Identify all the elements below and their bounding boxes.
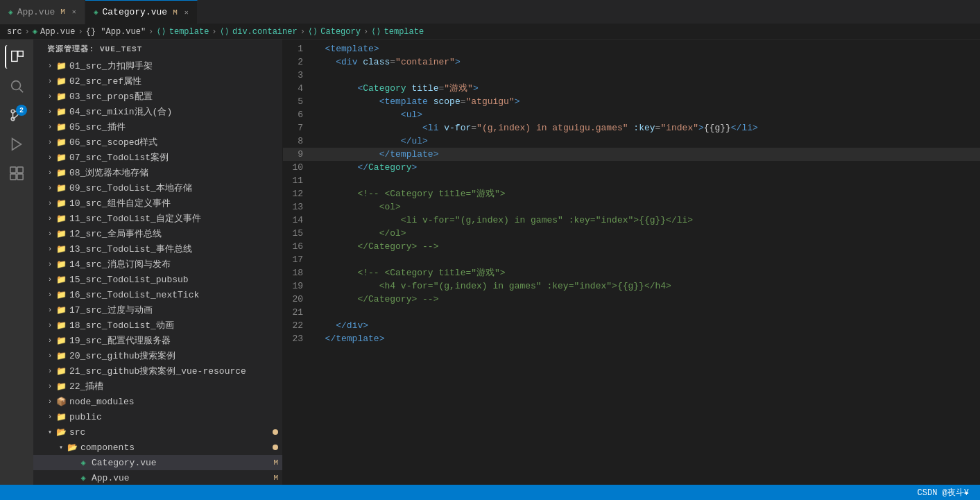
arrow-icon: › <box>44 365 55 377</box>
breadcrumb-category[interactable]: Category <box>320 27 361 37</box>
sidebar-item-app-vue-file[interactable]: ◈App.vueM <box>33 470 282 485</box>
activity-search[interactable] <box>5 74 28 98</box>
sidebar-item-label: 15_src_TodoList_pubsub <box>69 275 282 285</box>
sidebar-item-s2[interactable]: ›📁02_src_ref属性 <box>33 74 282 89</box>
tab-category-vue[interactable]: ◈ Category.vue M ✕ <box>85 0 198 24</box>
breadcrumb-div-container[interactable]: div.container <box>232 27 298 37</box>
line-number: 15 <box>283 227 314 240</box>
line-number: 20 <box>283 293 314 306</box>
breadcrumb-tag-icon-1: ⟨⟩ <box>156 26 166 37</box>
sidebar-item-s15[interactable]: ›📁15_src_TodoList_pubsub <box>33 272 282 287</box>
sidebar-item-label: src <box>69 427 273 438</box>
breadcrumb-obj[interactable]: {} "App.vue" <box>86 27 146 37</box>
arrow-icon: › <box>44 152 55 163</box>
line-content: </Category> --> <box>314 293 980 306</box>
breadcrumb-sep-3: › <box>148 27 153 37</box>
line-content: <template scope="atguigu"> <box>314 95 980 108</box>
arrow-icon: › <box>44 411 55 422</box>
sidebar-item-s12[interactable]: ›📁12_src_全局事件总线 <box>33 226 282 241</box>
sidebar-item-s4[interactable]: ›📁04_src_mixin混入(合) <box>33 104 282 119</box>
sidebar-item-s17[interactable]: ›📁17_src_过度与动画 <box>33 302 282 318</box>
sidebar-item-s10[interactable]: ›📁10_src_组件自定义事件 <box>33 196 282 211</box>
breadcrumb-template[interactable]: template <box>169 27 209 37</box>
code-line-14: 14 <li v-for="(g,index) in games" :key="… <box>283 214 980 227</box>
arrow-icon: › <box>44 91 55 102</box>
sidebar-item-s21[interactable]: ›📁21_src_github搜索案例_vue-resource <box>33 363 282 379</box>
sidebar-item-components[interactable]: ▾📂components <box>33 440 282 455</box>
arrow-icon: › <box>44 182 55 193</box>
line-number: 11 <box>283 174 314 187</box>
sidebar-item-s8[interactable]: ›📁08_浏览器本地存储 <box>33 165 282 180</box>
sidebar-item-public[interactable]: ›📁public <box>33 409 282 424</box>
breadcrumb-sep-5: › <box>300 27 305 37</box>
file-folder-icon: 📁 <box>55 289 67 300</box>
arrow-icon <box>67 472 78 483</box>
sidebar-item-s6[interactable]: ›📁06_src_scoped样式 <box>33 135 282 150</box>
breadcrumb: src › ◈ App.vue › {} "App.vue" › ⟨⟩ temp… <box>0 24 980 40</box>
arrow-icon: › <box>44 167 55 178</box>
tab-app-vue[interactable]: ◈ App.vue M ✕ <box>0 0 85 24</box>
arrow-icon: › <box>44 274 55 285</box>
line-content <box>314 174 980 187</box>
line-number: 1 <box>283 42 314 55</box>
sidebar-item-label: Category.vue <box>92 458 273 468</box>
code-line-18: 18 <!-- <Category title="游戏"> <box>283 266 980 279</box>
line-content: <ul> <box>314 108 980 121</box>
sidebar-item-s5[interactable]: ›📁05_src_插件 <box>33 119 282 135</box>
line-content: </ol> <box>314 227 980 240</box>
line-content <box>314 69 980 82</box>
sidebar-item-s9[interactable]: ›📁09_src_TodoList_本地存储 <box>33 180 282 196</box>
code-line-17: 17 <box>283 253 980 266</box>
arrow-icon: › <box>44 137 55 148</box>
svg-point-1 <box>12 81 21 90</box>
line-content: </ul> <box>314 135 980 148</box>
line-number: 2 <box>283 55 314 69</box>
file-folder-icon: 📁 <box>55 198 67 209</box>
file-folder-icon: 📁 <box>55 304 67 316</box>
sidebar-item-node_modules[interactable]: ›📦node_modules <box>33 394 282 409</box>
line-number: 7 <box>283 121 314 135</box>
sidebar-item-label: 21_src_github搜索案例_vue-resource <box>69 365 282 377</box>
breadcrumb-appvue[interactable]: App.vue <box>40 27 75 37</box>
sidebar-item-s16[interactable]: ›📁16_src_TodoList_nextTick <box>33 287 282 302</box>
sidebar-item-s7[interactable]: ›📁07_src_TodoList案例 <box>33 150 282 165</box>
sidebar-item-label: 20_src_github搜索案例 <box>69 350 282 362</box>
modified-badge-dot <box>273 429 278 435</box>
sidebar-item-s3[interactable]: ›📁03_src_props配置 <box>33 89 282 104</box>
tab-app-vue-close[interactable]: ✕ <box>72 8 76 16</box>
sidebar-item-s13[interactable]: ›📁13_src_TodoList_事件总线 <box>33 241 282 257</box>
vue-file-icon-2: ◈ <box>94 8 98 17</box>
breadcrumb-template-last[interactable]: template <box>384 27 424 37</box>
code-area[interactable]: 1 <template>2 <div class="container">3 4… <box>283 40 980 485</box>
editor-panel: 1 <template>2 <div class="container">3 4… <box>283 40 980 485</box>
activity-run[interactable] <box>5 132 28 156</box>
code-line-2: 2 <div class="container"> <box>283 55 980 69</box>
file-folder-icon: 📁 <box>55 76 67 87</box>
activity-extensions[interactable] <box>5 162 28 185</box>
breadcrumb-src[interactable]: src <box>7 27 22 37</box>
code-line-15: 15 </ol> <box>283 227 980 240</box>
file-folder-icon: 📂 <box>55 426 67 438</box>
sidebar-item-s18[interactable]: ›📁18_src_TodoList_动画 <box>33 318 282 333</box>
file-folder-icon: 📁 <box>55 411 67 422</box>
activity-source-control[interactable]: 2 <box>5 103 28 127</box>
sidebar-item-s20[interactable]: ›📁20_src_github搜索案例 <box>33 348 282 363</box>
code-line-9: 9 </template> <box>283 148 980 161</box>
breadcrumb-sep-1: › <box>25 27 30 37</box>
tab-category-vue-close[interactable]: ✕ <box>184 8 189 17</box>
code-line-5: 5 <template scope="atguigu"> <box>283 95 980 108</box>
activity-explorer[interactable] <box>5 45 28 69</box>
sidebar-item-s19[interactable]: ›📁19_src_配置代理服务器 <box>33 333 282 348</box>
arrow-icon: › <box>44 198 55 209</box>
sidebar-item-src[interactable]: ▾📂src <box>33 424 282 440</box>
file-folder-icon: 📁 <box>55 60 67 71</box>
sidebar-item-s1[interactable]: ›📁01_src_力扣脚手架 <box>33 58 282 74</box>
sidebar-item-s14[interactable]: ›📁14_src_消息订阅与发布 <box>33 257 282 272</box>
sidebar-item-category-vue-file[interactable]: ◈Category.vueM <box>33 455 282 470</box>
line-content: </template> <box>314 332 980 345</box>
source-control-badge: 2 <box>16 105 27 116</box>
sidebar-item-s22[interactable]: ›📁22_插槽 <box>33 379 282 394</box>
line-content: <!-- <Category title="游戏"> <box>314 266 980 279</box>
arrow-icon: ▾ <box>55 442 67 453</box>
sidebar-item-s11[interactable]: ›📁11_src_TodoList_自定义事件 <box>33 211 282 226</box>
